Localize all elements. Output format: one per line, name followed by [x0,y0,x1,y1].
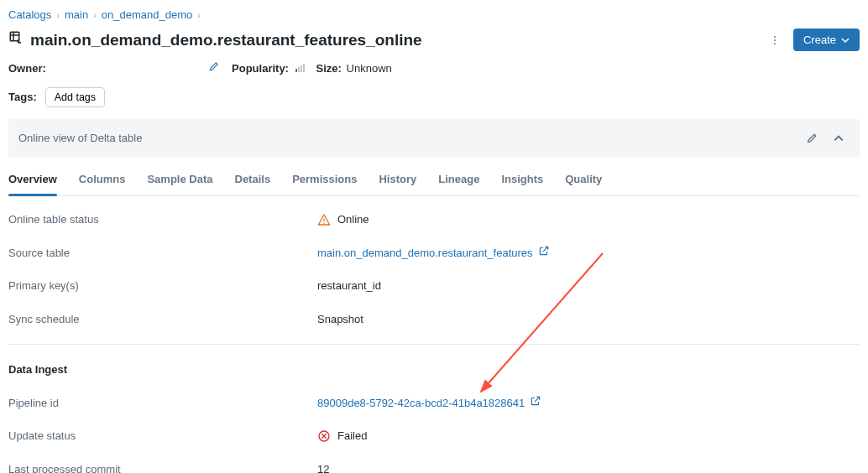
tab-sample-data[interactable]: Sample Data [147,163,212,196]
error-circle-icon [317,429,331,443]
breadcrumb-main[interactable]: main [65,7,88,23]
row-label-update-status: Update status [8,428,317,444]
online-status-text: Online [337,211,369,228]
tags-row: Tags: Add tags [8,87,860,107]
external-link-icon [530,395,541,412]
breadcrumb-root[interactable]: Catalogs [8,7,51,23]
edit-owner-icon[interactable] [208,62,220,75]
source-table-link[interactable]: main.on_demand_demo.restaurant_features [317,245,550,262]
size-value: Unknown [347,62,392,75]
owner-value [52,60,203,72]
collapse-description-button[interactable] [828,127,850,149]
row-value-pipeline-id: 89009de8-5792-42ca-bcd2-41b4a1828641 [317,395,860,412]
edit-description-button[interactable] [801,127,823,149]
row-value-source-table: main.on_demand_demo.restaurant_features [317,245,860,262]
create-button-label: Create [803,34,836,46]
row-label-last-commit: Last processed commit [8,461,317,474]
tab-history[interactable]: History [379,163,416,196]
title-row: main.on_demand_demo.restaurant_features_… [8,29,860,53]
meta-row: Owner: Popularity: Size: Unknown [8,60,860,77]
chevron-right-icon: › [197,8,201,23]
owner-label: Owner: [8,62,46,75]
tab-quality[interactable]: Quality [565,163,602,196]
pipeline-id-text: 89009de8-5792-42ca-bcd2-41b4a1828641 [317,395,525,412]
overview-panel: Online table status Online Source table … [8,211,860,473]
row-label-pipeline-id: Pipeline id [8,395,317,412]
popularity-sparkline-icon [295,62,305,72]
pipeline-id-link[interactable]: 89009de8-5792-42ca-bcd2-41b4a1828641 [317,395,541,412]
row-value-last-commit: 12 [317,461,860,474]
svg-rect-0 [10,32,19,41]
chevron-down-icon [841,36,850,44]
row-value-update-status: Failed [317,428,860,444]
divider [8,344,860,345]
row-value-primary-keys: restaurant_id [317,278,860,294]
chevron-up-icon [834,133,844,143]
row-value-online-status: Online [317,211,860,228]
tab-overview[interactable]: Overview [8,163,57,196]
description-bar: Online view of Delta table [8,119,860,158]
external-link-icon [538,245,550,262]
row-label-sync-schedule: Sync schedule [8,311,317,328]
table-online-icon [8,30,24,50]
row-label-primary-keys: Primary key(s) [8,278,317,294]
description-text: Online view of Delta table [18,130,142,147]
row-value-sync-schedule: Snapshot [317,311,860,328]
tab-columns[interactable]: Columns [79,163,126,196]
page-title: main.on_demand_demo.restaurant_features_… [30,29,422,53]
warning-triangle-icon [317,213,331,226]
tabs: Overview Columns Sample Data Details Per… [8,163,860,197]
svg-point-1 [774,36,776,38]
tab-details[interactable]: Details [235,163,271,196]
row-label-online-status: Online table status [8,211,317,228]
update-status-text: Failed [337,428,367,444]
size-label: Size: [316,62,342,75]
tab-insights[interactable]: Insights [501,163,543,196]
breadcrumb: Catalogs › main › on_demand_demo › [8,7,860,23]
svg-rect-4 [323,218,324,221]
chevron-right-icon: › [56,8,60,23]
popularity-label: Popularity: [232,62,289,75]
breadcrumb-schema[interactable]: on_demand_demo [102,7,192,23]
svg-point-3 [774,43,776,44]
tags-label: Tags: [8,89,37,106]
add-tags-button[interactable]: Add tags [45,87,105,107]
source-table-text: main.on_demand_demo.restaurant_features [317,245,533,262]
create-button[interactable]: Create [793,29,860,51]
tab-lineage[interactable]: Lineage [438,163,479,196]
svg-point-2 [774,39,776,41]
tab-permissions[interactable]: Permissions [292,163,357,196]
svg-rect-5 [323,222,324,223]
chevron-right-icon: › [93,8,97,23]
section-data-ingest: Data Ingest [8,361,860,378]
row-label-source-table: Source table [8,245,317,262]
more-actions-button[interactable] [765,30,785,50]
